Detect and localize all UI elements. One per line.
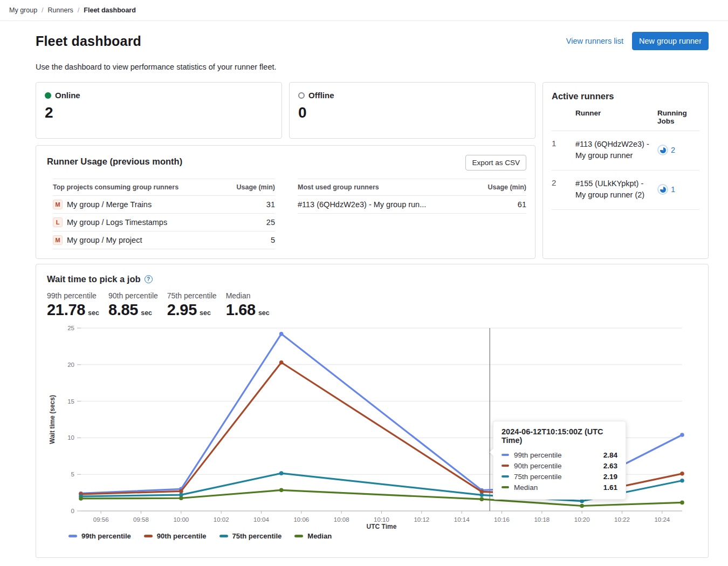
- svg-text:10:04: 10:04: [253, 516, 269, 523]
- column-header: Top projects consuming group runners: [53, 183, 178, 191]
- offline-status-icon: [298, 92, 305, 99]
- stat-90th-percentile: 90th percentile 8.85 sec: [108, 291, 158, 319]
- new-group-runner-button[interactable]: New group runner: [632, 32, 709, 50]
- project-avatar: M: [53, 235, 63, 245]
- table-row: M My group / My project 5: [53, 231, 275, 249]
- online-status-icon: [45, 92, 51, 99]
- breadcrumb-my-group[interactable]: My group: [9, 6, 37, 14]
- help-question-icon[interactable]: ?: [145, 275, 153, 283]
- svg-text:15: 15: [67, 398, 74, 405]
- stat-value: 8.85: [108, 301, 138, 319]
- legend-item[interactable]: 75th percentile: [219, 532, 282, 540]
- legend-item[interactable]: 90th percentile: [144, 532, 207, 540]
- breadcrumb: My group / Runners / Fleet dashboard: [0, 0, 728, 21]
- tooltip-series-row: 75th percentile 2.19: [502, 471, 617, 482]
- runner-name: #113 (6QHdzW2e3) - My group runner: [575, 139, 657, 161]
- svg-text:10:18: 10:18: [534, 516, 550, 523]
- usage-minutes: 5: [271, 236, 275, 244]
- stat-unit: sec: [88, 309, 99, 317]
- active-runners-title: Active runners: [552, 91, 699, 101]
- svg-text:5: 5: [71, 471, 74, 478]
- legend-swatch: [144, 535, 153, 537]
- offline-runners-card: Offline 0: [289, 82, 535, 139]
- series-label: Median: [514, 483, 538, 492]
- series-value: 2.84: [603, 451, 617, 459]
- svg-text:10:16: 10:16: [494, 516, 510, 523]
- series-label: 90th percentile: [514, 462, 562, 470]
- svg-text:10:08: 10:08: [334, 516, 349, 523]
- series-swatch: [502, 454, 509, 456]
- svg-text:10:10: 10:10: [374, 516, 389, 523]
- running-jobs-count-link[interactable]: 2: [671, 146, 675, 154]
- series-value: 2.19: [603, 473, 617, 481]
- svg-text:0: 0: [71, 508, 74, 514]
- legend-label: Median: [307, 532, 332, 540]
- svg-text:UTC Time: UTC Time: [367, 523, 397, 530]
- series-swatch: [502, 465, 509, 467]
- column-header: Most used group runners: [298, 183, 379, 191]
- series-swatch: [502, 486, 509, 488]
- online-count: 2: [45, 104, 273, 121]
- legend-swatch: [219, 535, 228, 537]
- svg-text:20: 20: [67, 362, 74, 368]
- stat-unit: sec: [258, 309, 270, 317]
- breadcrumb-current: Fleet dashboard: [84, 6, 136, 14]
- legend-swatch: [68, 535, 77, 537]
- stat-value: 1.68: [226, 301, 256, 319]
- column-header-runner: Runner: [575, 109, 657, 125]
- page-title: Fleet dashboard: [36, 33, 141, 49]
- table-row: M My group / Merge Trains 31: [53, 196, 275, 214]
- svg-text:10:14: 10:14: [454, 516, 470, 523]
- tooltip-series-row: 99th percentile 2.84: [502, 449, 617, 460]
- stat-75th-percentile: 75th percentile 2.95 sec: [167, 291, 217, 319]
- runner-usage-card: Runner Usage (previous month) Export as …: [36, 145, 535, 259]
- online-label: Online: [55, 91, 80, 100]
- svg-text:10:20: 10:20: [574, 516, 590, 523]
- legend-label: 90th percentile: [157, 532, 207, 540]
- wait-time-card: Wait time to pick a job ? 99th percentil…: [36, 264, 709, 558]
- svg-text:10:22: 10:22: [614, 516, 630, 523]
- column-header: Usage (min): [487, 183, 526, 191]
- svg-text:10: 10: [67, 434, 74, 441]
- legend-item[interactable]: Median: [294, 532, 332, 540]
- view-runners-list-link[interactable]: View runners list: [566, 37, 623, 45]
- chart-tooltip: 2024-06-12T10:15:00Z (UTC Time) 99th per…: [493, 421, 626, 500]
- row-index: 2: [552, 178, 575, 201]
- stat-median: Median 1.68 sec: [226, 291, 270, 319]
- svg-text:10:06: 10:06: [293, 516, 309, 523]
- column-header-running-jobs: Running Jobs: [657, 109, 699, 125]
- svg-text:09:56: 09:56: [93, 516, 109, 523]
- top-projects-table: Top projects consuming group runners Usa…: [53, 179, 275, 249]
- active-runners-card: Active runners Runner Running Jobs 1 #11…: [542, 82, 709, 259]
- svg-text:Wait time (secs): Wait time (secs): [49, 395, 56, 444]
- usage-minutes: 31: [266, 200, 275, 209]
- tooltip-series-row: 90th percentile 2.63: [502, 460, 617, 471]
- active-runner-row: 2 #155 (ULkKYpkpt) - My group runner (2)…: [552, 171, 699, 210]
- tooltip-title: 2024-06-12T10:15:00Z (UTC Time): [502, 427, 617, 445]
- runner-name: #155 (ULkKYpkpt) - My group runner (2): [575, 178, 657, 201]
- usage-minutes: 61: [518, 200, 526, 209]
- stat-99th-percentile: 99th percentile 21.78 sec: [47, 291, 99, 319]
- stat-value: 2.95: [167, 301, 197, 319]
- running-status-icon: [657, 145, 668, 155]
- offline-label: Offline: [308, 91, 334, 100]
- active-runner-row: 1 #113 (6QHdzW2e3) - My group runner 2: [552, 131, 699, 171]
- legend-swatch: [294, 535, 303, 537]
- column-header: Usage (min): [236, 183, 275, 191]
- series-swatch: [502, 475, 509, 478]
- table-row: #113 (6QHdzW2e3) - My group run... 61: [298, 196, 526, 214]
- stat-unit: sec: [200, 309, 211, 317]
- svg-text:10:12: 10:12: [414, 516, 429, 523]
- svg-text:10:02: 10:02: [214, 516, 229, 523]
- running-jobs-count-link[interactable]: 1: [671, 185, 675, 194]
- running-status-icon: [657, 184, 668, 195]
- runner-usage-title: Runner Usage (previous month): [47, 155, 182, 167]
- offline-count: 0: [298, 104, 526, 121]
- series-value: 1.61: [603, 483, 617, 492]
- stat-value: 21.78: [47, 301, 85, 319]
- stat-unit: sec: [141, 309, 152, 317]
- breadcrumb-separator: /: [42, 6, 43, 14]
- breadcrumb-runners[interactable]: Runners: [48, 6, 73, 14]
- legend-item[interactable]: 99th percentile: [68, 532, 131, 540]
- export-csv-button[interactable]: Export as CSV: [465, 155, 526, 171]
